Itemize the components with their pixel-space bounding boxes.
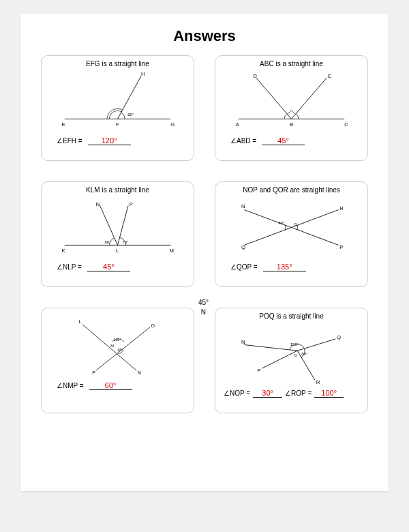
ext-45: 45° — [198, 299, 209, 306]
answer-value-2: 100° — [314, 389, 344, 398]
pt-p: P — [130, 201, 133, 207]
svg-line-10 — [82, 325, 136, 370]
pt-l: L — [116, 248, 119, 254]
answer-value: 135° — [263, 263, 306, 271]
question-label-2: ∠ROP = — [285, 389, 312, 397]
answer-value: 60° — [89, 381, 132, 390]
pt-m: M — [170, 248, 174, 254]
pt-r: R — [339, 205, 344, 211]
svg-line-13 — [244, 345, 297, 351]
pt-n: N — [96, 201, 100, 207]
pt-e: E — [61, 121, 65, 128]
answer-row: ∠NLP = 45° — [47, 263, 188, 271]
pt-h: H — [141, 71, 145, 77]
answer-value: 30° — [253, 389, 282, 398]
pt-r2: R — [316, 379, 320, 385]
svg-line-14 — [262, 351, 297, 368]
pt-p2: P — [339, 244, 343, 250]
problem-card: KLM is a straight line 60° 75° K L M N P… — [41, 181, 194, 287]
page-title: Answers — [41, 27, 368, 45]
pt-g: G — [170, 121, 175, 128]
diagram-efg: 60° E F G H — [47, 69, 188, 134]
pt-d: D — [253, 73, 257, 79]
diagram-abc: A B C D E — [221, 69, 362, 134]
pt-p4: P — [257, 368, 260, 374]
card-heading: ABC is a straight line — [221, 60, 362, 68]
answer-row: ∠NOP = 30° ∠ROP = 100° — [221, 389, 362, 398]
question-label: ∠ABD = — [230, 137, 256, 145]
pt-l2: L — [79, 319, 82, 325]
pt-c: C — [344, 121, 348, 128]
pt-o2: O — [151, 323, 155, 329]
answer-value: 120° — [88, 136, 131, 145]
ext-n: N — [201, 308, 206, 316]
answer-row: ∠EFH = 120° — [47, 136, 188, 145]
pt-b: B — [290, 121, 293, 128]
pt-o: O — [294, 222, 297, 226]
card-heading: KLM is a straight line — [47, 186, 188, 194]
answer-row: ∠ABD = 45° — [221, 136, 362, 145]
card-heading: EFG is a straight line — [47, 60, 188, 68]
pt-n2: N — [241, 203, 245, 209]
diagram-poq: 150° 80° O N Q P R — [221, 321, 362, 386]
svg-line-4 — [292, 78, 327, 119]
pt-q2: Q — [337, 334, 341, 340]
answer-row: ∠NMP = 60° — [47, 381, 188, 390]
question-label: ∠QOP = — [230, 263, 258, 271]
diagram-lmn: 115° 95° M L O P N — [47, 314, 188, 379]
question-label: ∠NLP = — [57, 263, 82, 271]
angle-75: 75° — [122, 240, 129, 244]
angle-80: 80° — [301, 352, 308, 356]
angle-115: 115° — [113, 338, 121, 342]
svg-line-6 — [100, 206, 118, 246]
problem-card: 45° N 115° 95° M L O P N ∠NMP = 60° — [41, 308, 194, 413]
pt-n3: N — [138, 370, 141, 376]
angle-45b: 45° — [279, 221, 286, 225]
angle-60b: 60° — [105, 240, 112, 244]
pt-n4: N — [241, 339, 245, 345]
question-label: ∠NMP = — [57, 382, 84, 389]
answer-row: ∠QOP = 135° — [221, 263, 362, 271]
pt-k: K — [61, 248, 65, 254]
problem-card: ABC is a straight line A B C D E ∠ABD = … — [215, 55, 368, 161]
problem-card: NOP and QOR are straight lines 45° O N R… — [215, 181, 368, 287]
pt-m3: M — [110, 344, 114, 348]
pt-o3: O — [294, 353, 297, 357]
angle-150: 150° — [290, 342, 299, 346]
angle-60: 60° — [127, 113, 134, 117]
worksheet-page: Answers EFG is a straight line 60° E F G… — [20, 14, 389, 491]
card-heading: POQ is a straight line — [221, 312, 362, 320]
question-label: ∠EFH = — [57, 137, 82, 145]
svg-line-3 — [256, 78, 292, 119]
pt-p3: P — [92, 370, 95, 376]
card-heading: NOP and QOR are straight lines — [221, 186, 362, 194]
problem-card: POQ is a straight line 150° 80° O N Q P … — [215, 308, 368, 413]
question-label: ∠NOP = — [224, 389, 250, 397]
diagram-klm: 60° 75° K L M N P — [47, 195, 188, 260]
pt-a: A — [235, 121, 239, 128]
pt-e2: E — [328, 73, 331, 79]
card-grid: EFG is a straight line 60° E F G H ∠EFH … — [41, 55, 368, 413]
svg-line-15 — [297, 339, 335, 351]
pt-q: Q — [241, 244, 245, 250]
pt-f: F — [116, 121, 119, 128]
answer-value: 45° — [262, 136, 305, 145]
answer-value: 45° — [87, 263, 130, 271]
diagram-nop: 45° O N R Q P — [221, 195, 362, 260]
problem-card: EFG is a straight line 60° E F G H ∠EFH … — [41, 55, 194, 161]
